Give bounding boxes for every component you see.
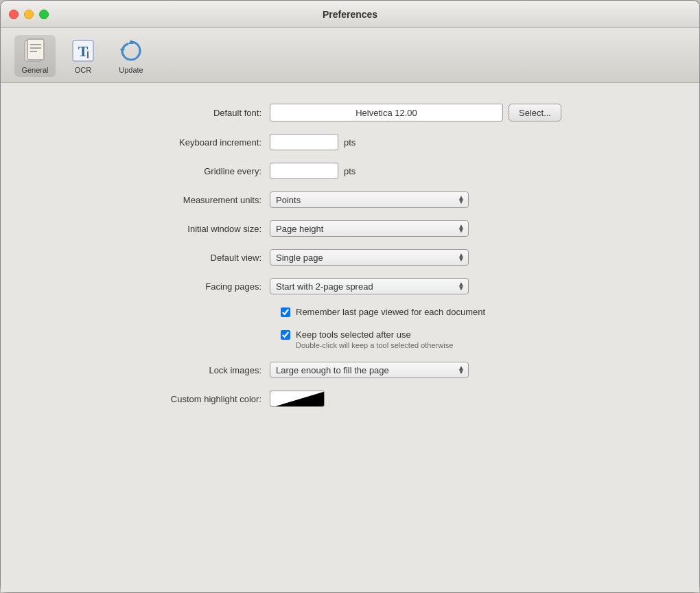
keyboard-increment-input[interactable]: 1.00	[270, 134, 338, 150]
measurement-units-row: Measurement units: Points Inches Centime…	[42, 191, 658, 208]
keyboard-increment-row: Keyboard increment: 1.00 pts	[42, 134, 658, 150]
keep-tools-label: Keep tools selected after use	[296, 329, 453, 340]
custom-highlight-row: Custom highlight color:	[42, 391, 658, 407]
default-font-control: Helvetica 12.00 Select...	[270, 104, 561, 121]
ocr-icon: T	[70, 38, 96, 64]
measurement-units-select[interactable]: Points Inches Centimeters Millimeters Pi…	[270, 191, 469, 208]
keyboard-increment-control: 1.00 pts	[270, 134, 355, 150]
facing-pages-label: Facing pages:	[42, 281, 261, 292]
default-view-label: Default view:	[42, 253, 261, 263]
gridline-control: 18.00 pts	[270, 163, 355, 179]
default-view-select[interactable]: Single page Two pages Continuous Thumbna…	[270, 249, 469, 266]
toolbar-item-general[interactable]: General	[14, 35, 56, 77]
general-label: General	[21, 66, 48, 74]
update-label: Update	[119, 66, 143, 74]
titlebar: Preferences	[1, 1, 699, 28]
remember-last-page-text: Remember last page viewed for each docum…	[296, 307, 485, 317]
keyboard-increment-label: Keyboard increment:	[42, 137, 261, 148]
default-view-row: Default view: Single page Two pages Cont…	[42, 249, 658, 266]
lock-images-select[interactable]: Large enough to fill the page None All i…	[270, 362, 469, 378]
measurement-units-wrapper: Points Inches Centimeters Millimeters Pi…	[270, 191, 469, 208]
keep-tools-row: Keep tools selected after use Double-cli…	[281, 329, 658, 349]
keep-tools-sublabel: Double-click will keep a tool selected o…	[296, 341, 453, 349]
default-font-label: Default font:	[42, 108, 261, 118]
measurement-units-control: Points Inches Centimeters Millimeters Pi…	[270, 191, 469, 208]
content-area: Default font: Helvetica 12.00 Select... …	[1, 83, 699, 592]
custom-highlight-swatch[interactable]	[270, 391, 325, 407]
facing-pages-row: Facing pages: Start with 2-page spread S…	[42, 278, 658, 294]
gridline-row: Gridline every: 18.00 pts	[42, 163, 658, 179]
gridline-unit: pts	[344, 166, 355, 176]
lock-images-row: Lock images: Large enough to fill the pa…	[42, 362, 658, 378]
keep-tools-checkbox[interactable]	[281, 330, 290, 340]
default-view-wrapper: Single page Two pages Continuous Thumbna…	[270, 249, 469, 266]
svg-text:T: T	[78, 43, 89, 60]
default-font-row: Default font: Helvetica 12.00 Select...	[42, 104, 658, 121]
lock-images-wrapper: Large enough to fill the page None All i…	[270, 362, 469, 378]
window-controls	[9, 10, 49, 19]
gridline-label: Gridline every:	[42, 166, 261, 176]
facing-pages-select[interactable]: Start with 2-page spread Start with sing…	[270, 278, 469, 294]
close-button[interactable]	[9, 10, 19, 19]
default-view-control: Single page Two pages Continuous Thumbna…	[270, 249, 469, 266]
minimize-button[interactable]	[24, 10, 34, 19]
facing-pages-wrapper: Start with 2-page spread Start with sing…	[270, 278, 469, 294]
keep-tools-text: Keep tools selected after use Double-cli…	[296, 329, 453, 349]
keyboard-increment-unit: pts	[344, 137, 355, 148]
toolbar: General T OCR	[1, 28, 699, 83]
update-icon	[118, 38, 144, 64]
lock-images-label: Lock images:	[42, 365, 261, 375]
measurement-units-label: Measurement units:	[42, 195, 261, 205]
facing-pages-control: Start with 2-page spread Start with sing…	[270, 278, 469, 294]
toolbar-item-ocr[interactable]: T OCR	[62, 35, 104, 77]
general-icon	[22, 38, 48, 64]
initial-window-size-label: Initial window size:	[42, 224, 261, 234]
preferences-window: Preferences General	[0, 0, 700, 593]
form-section: Default font: Helvetica 12.00 Select... …	[42, 104, 658, 407]
remember-last-page-label: Remember last page viewed for each docum…	[296, 307, 485, 317]
initial-window-size-wrapper: Page height Full screen Last used Custom…	[270, 220, 469, 237]
initial-window-size-select[interactable]: Page height Full screen Last used Custom	[270, 220, 469, 237]
svg-marker-10	[120, 49, 125, 53]
initial-window-size-row: Initial window size: Page height Full sc…	[42, 220, 658, 237]
custom-highlight-control	[270, 391, 325, 407]
gridline-input[interactable]: 18.00	[270, 163, 338, 179]
custom-highlight-label: Custom highlight color:	[42, 394, 261, 404]
remember-last-page-row: Remember last page viewed for each docum…	[281, 307, 658, 317]
toolbar-item-update[interactable]: Update	[110, 35, 152, 77]
maximize-button[interactable]	[39, 10, 49, 19]
remember-last-page-checkbox[interactable]	[281, 307, 290, 317]
svg-rect-1	[27, 39, 44, 60]
lock-images-control: Large enough to fill the page None All i…	[270, 362, 469, 378]
initial-window-size-control: Page height Full screen Last used Custom…	[270, 220, 469, 237]
window-title: Preferences	[323, 9, 377, 20]
select-font-button[interactable]: Select...	[509, 104, 561, 121]
ocr-label: OCR	[75, 66, 91, 74]
default-font-display: Helvetica 12.00	[270, 104, 503, 121]
